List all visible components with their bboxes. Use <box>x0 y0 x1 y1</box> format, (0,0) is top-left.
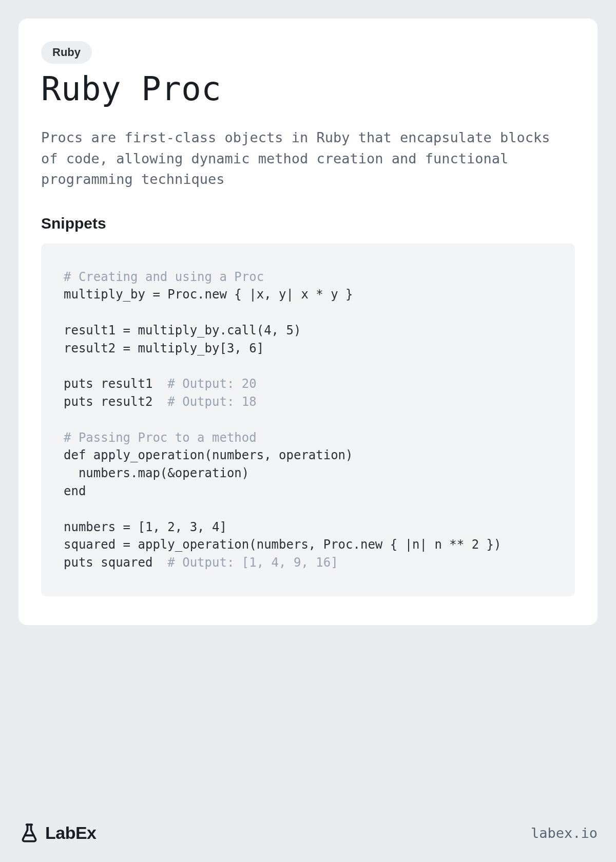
code-comment: # Passing Proc to a method <box>64 430 257 445</box>
code-line: result2 = multiply_by[3, 6] <box>64 341 264 355</box>
brand-logo: LabEx <box>18 822 97 844</box>
site-url: labex.io <box>531 825 598 841</box>
code-snippet-box: # Creating and using a Proc multiply_by … <box>41 243 575 597</box>
code-line: numbers.map(&operation) <box>64 466 249 480</box>
code-line: def apply_operation(numbers, operation) <box>64 448 353 462</box>
code-block: # Creating and using a Proc multiply_by … <box>64 268 552 572</box>
code-line: multiply_by = Proc.new { |x, y| x * y } <box>64 287 353 302</box>
content-card: Ruby Ruby Proc Procs are first-class obj… <box>18 18 598 625</box>
brand-name: LabEx <box>45 823 97 843</box>
language-badge: Ruby <box>41 41 92 64</box>
code-comment: # Output: 18 <box>167 395 256 409</box>
page-title: Ruby Proc <box>41 70 575 108</box>
code-comment: # Output: [1, 4, 9, 16] <box>167 555 338 570</box>
footer: LabEx labex.io <box>18 822 598 844</box>
code-line: numbers = [1, 2, 3, 4] <box>64 520 227 534</box>
code-line: puts squared <box>64 555 167 570</box>
code-line: end <box>64 484 86 498</box>
code-line: puts result2 <box>64 395 167 409</box>
code-line: result1 = multiply_by.call(4, 5) <box>64 323 301 338</box>
snippets-heading: Snippets <box>41 215 575 232</box>
description-text: Procs are first-class objects in Ruby th… <box>41 127 575 190</box>
code-line: squared = apply_operation(numbers, Proc.… <box>64 537 502 552</box>
code-line: puts result1 <box>64 377 167 391</box>
flask-icon <box>18 822 40 844</box>
code-comment: # Creating and using a Proc <box>64 270 264 284</box>
code-comment: # Output: 20 <box>167 377 256 391</box>
